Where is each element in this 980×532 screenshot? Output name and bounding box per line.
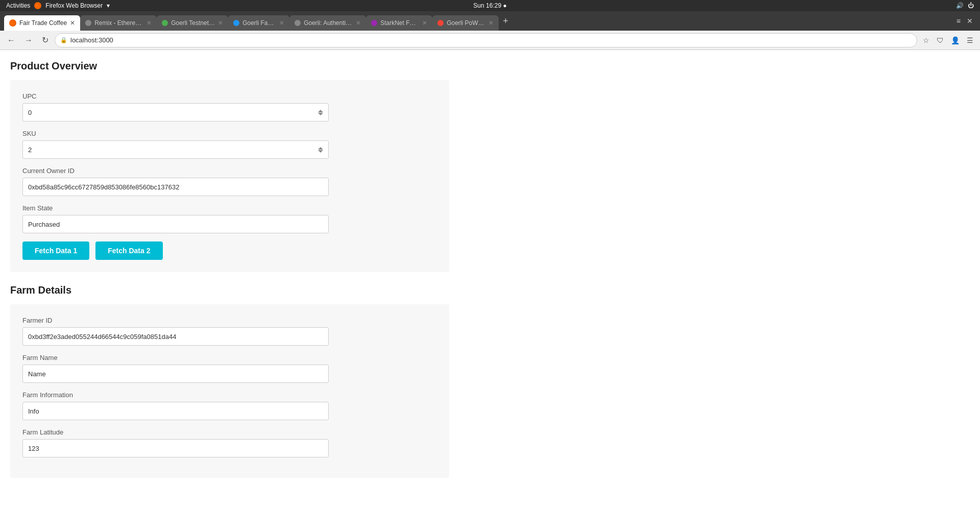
tab-close-goerli-testnet[interactable]: ✕	[218, 19, 223, 27]
tab-favicon-fair-trade	[9, 19, 16, 27]
tab-favicon-goerli-auth	[295, 20, 301, 26]
sku-spinner[interactable]	[318, 147, 323, 153]
os-bar-center: Sun 16:29 ●	[473, 2, 506, 9]
farmer-id-value: 0xbd3ff2e3aded055244d66544c9c059fa0851da…	[28, 333, 176, 341]
tab-label-goerli-pow: Goerli PoW Faucet	[447, 19, 485, 27]
power-icon[interactable]: ⏻	[968, 2, 974, 9]
item-state-input[interactable]: Purchased	[22, 215, 329, 233]
tab-favicon-goerli-testnet	[162, 20, 168, 26]
upc-spinner-up[interactable]	[318, 110, 323, 112]
item-state-value: Purchased	[28, 221, 60, 228]
upc-group: UPC 0	[22, 92, 437, 122]
sku-label: SKU	[22, 130, 437, 137]
product-overview-card: UPC 0 SKU 2 Current Owner ID	[10, 80, 449, 272]
tab-close-goerli-pow[interactable]: ✕	[488, 19, 494, 27]
tab-close-fair-trade[interactable]: ✕	[70, 19, 75, 27]
nav-actions: ☆ 🛡 👤 ☰	[920, 34, 976, 46]
tab-fair-trade-coffee[interactable]: Fair Trade Coffee ✕	[4, 15, 80, 31]
tab-label-remix: Remix - Ethereum IDE	[94, 19, 143, 27]
sku-spinner-up[interactable]	[318, 147, 323, 150]
tab-remix[interactable]: Remix - Ethereum IDE ✕	[80, 15, 157, 31]
os-bar: Activities Firefox Web Browser ▾ Sun 16:…	[0, 0, 980, 11]
bookmark-button[interactable]: ☆	[920, 34, 932, 46]
farm-latitude-label: Farm Latitude	[22, 428, 437, 436]
tab-favicon-starknet	[371, 20, 377, 26]
browser-menu-chevron[interactable]: ▾	[107, 2, 110, 9]
sku-group: SKU 2	[22, 130, 437, 159]
new-tab-button[interactable]: +	[499, 16, 512, 27]
tab-close-goerli-auth[interactable]: ✕	[356, 19, 361, 27]
fetch-data-1-button[interactable]: Fetch Data 1	[22, 241, 89, 260]
upc-label: UPC	[22, 92, 437, 100]
farm-information-value: Info	[28, 407, 39, 415]
url-bar[interactable]: 🔒 localhost:3000	[55, 33, 917, 47]
button-row: Fetch Data 1 Fetch Data 2	[22, 241, 437, 260]
tab-starknet[interactable]: StarkNet Faucet ✕	[366, 15, 432, 31]
farm-name-label: Farm Name	[22, 354, 437, 361]
farm-information-label: Farm Information	[22, 391, 437, 399]
back-button[interactable]: ←	[4, 34, 18, 47]
current-owner-value: 0xbd58a85c96cc6727859d853086fe8560bc1376…	[28, 183, 179, 191]
tab-list-button[interactable]: ≡	[953, 17, 964, 25]
farm-details-title: Farm Details	[10, 284, 449, 296]
upc-spinner[interactable]	[318, 110, 323, 115]
os-bar-right: 🔊 ⏻	[956, 2, 974, 9]
tab-favicon-goerli-pow	[437, 20, 444, 26]
tab-label-starknet: StarkNet Faucet	[380, 19, 419, 27]
tab-bar: Fair Trade Coffee ✕ Remix - Ethereum IDE…	[0, 11, 980, 31]
tab-goerli-auth[interactable]: Goerli: Authenticated Fau... ✕	[289, 15, 366, 31]
fetch-data-2-button[interactable]: Fetch Data 2	[95, 241, 162, 260]
tab-close-goerli-faucet[interactable]: ✕	[279, 19, 284, 27]
tab-favicon-goerli-faucet	[233, 20, 239, 26]
product-overview-title: Product Overview	[10, 60, 449, 72]
firefox-icon	[34, 2, 41, 9]
farm-latitude-value: 123	[28, 445, 39, 452]
sku-input[interactable]: 2	[22, 140, 329, 159]
item-state-group: Item State Purchased	[22, 204, 437, 233]
profile-button[interactable]: 👤	[948, 34, 962, 46]
farm-latitude-group: Farm Latitude 123	[22, 428, 437, 457]
upc-value: 0	[28, 109, 32, 116]
main-content: Product Overview UPC 0 SKU 2	[0, 50, 459, 500]
tab-close-remix[interactable]: ✕	[146, 19, 152, 27]
lock-icon: 🔒	[60, 37, 67, 43]
activities-label[interactable]: Activities	[6, 2, 30, 9]
tab-label-goerli-auth: Goerli: Authenticated Fau...	[304, 19, 353, 27]
sku-value: 2	[28, 146, 32, 154]
tab-label-goerli-faucet: Goerli Faucet	[242, 19, 276, 27]
tab-label-goerli-testnet: Goerli Testnet Faucet	[171, 19, 215, 27]
browser-name-label: Firefox Web Browser	[45, 2, 103, 9]
window-close-button[interactable]: ✕	[964, 17, 976, 25]
tab-goerli-pow[interactable]: Goerli PoW Faucet ✕	[432, 15, 499, 31]
upc-input[interactable]: 0	[22, 103, 329, 122]
farmer-id-label: Farmer ID	[22, 317, 437, 324]
menu-button[interactable]: ☰	[964, 34, 976, 46]
farmer-id-input[interactable]: 0xbd3ff2e3aded055244d66544c9c059fa0851da…	[22, 327, 329, 346]
farmer-id-group: Farmer ID 0xbd3ff2e3aded055244d66544c9c0…	[22, 317, 437, 346]
sku-spinner-down[interactable]	[318, 150, 323, 153]
tab-goerli-testnet[interactable]: Goerli Testnet Faucet ✕	[157, 15, 228, 31]
forward-button[interactable]: →	[21, 34, 36, 47]
farm-details-card: Farmer ID 0xbd3ff2e3aded055244d66544c9c0…	[10, 304, 449, 478]
os-bar-left: Activities Firefox Web Browser ▾	[6, 2, 110, 9]
volume-icon[interactable]: 🔊	[956, 2, 964, 9]
tab-goerli-faucet[interactable]: Goerli Faucet ✕	[228, 15, 289, 31]
datetime-label: Sun 16:29 ●	[473, 2, 506, 9]
current-owner-input[interactable]: 0xbd58a85c96cc6727859d853086fe8560bc1376…	[22, 178, 329, 196]
reload-button[interactable]: ↻	[39, 33, 52, 47]
farm-name-input[interactable]: Name	[22, 365, 329, 383]
farm-information-group: Farm Information Info	[22, 391, 437, 420]
tab-close-starknet[interactable]: ✕	[422, 19, 427, 27]
nav-bar: ← → ↻ 🔒 localhost:3000 ☆ 🛡 👤 ☰	[0, 31, 980, 50]
current-owner-group: Current Owner ID 0xbd58a85c96cc6727859d8…	[22, 167, 437, 196]
shield-button[interactable]: 🛡	[934, 34, 946, 46]
item-state-label: Item State	[22, 204, 437, 212]
current-owner-label: Current Owner ID	[22, 167, 437, 175]
browser-chrome: Fair Trade Coffee ✕ Remix - Ethereum IDE…	[0, 11, 980, 50]
farm-information-input[interactable]: Info	[22, 402, 329, 420]
farm-name-group: Farm Name Name	[22, 354, 437, 383]
farm-name-value: Name	[28, 370, 46, 378]
tab-label-fair-trade: Fair Trade Coffee	[19, 19, 67, 27]
farm-latitude-input[interactable]: 123	[22, 439, 329, 457]
upc-spinner-down[interactable]	[318, 113, 323, 115]
